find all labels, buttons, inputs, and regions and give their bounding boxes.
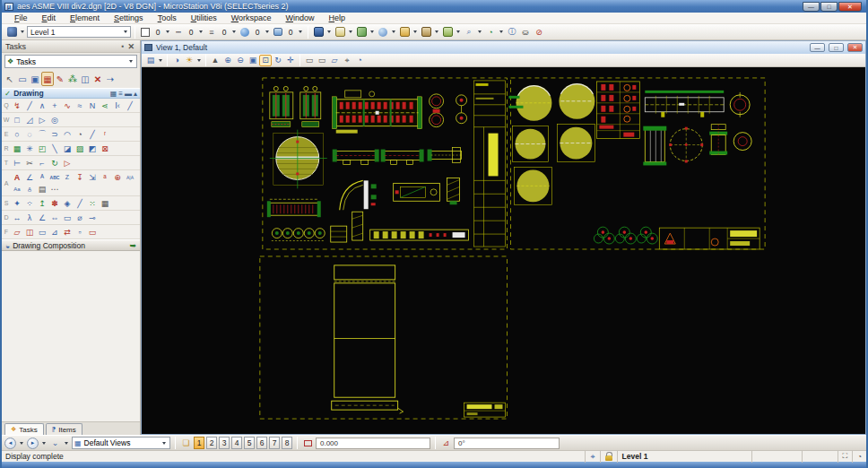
raster-dropdown-icon[interactable] xyxy=(370,30,374,33)
active-element-template-icon[interactable] xyxy=(5,26,18,38)
maximize-button[interactable]: □ xyxy=(820,2,838,12)
modify-element-icon[interactable]: ⊢ xyxy=(11,157,23,169)
menu-element[interactable]: Element xyxy=(63,13,107,22)
close-button[interactable]: ✕ xyxy=(838,2,862,12)
quarter-ellipse-icon[interactable]: ◠ xyxy=(61,128,74,140)
place-polygon-icon[interactable]: ▷ xyxy=(36,114,48,126)
task-tool-icon[interactable]: ⁂ xyxy=(66,72,79,86)
view-next-icon[interactable]: ▭ xyxy=(316,55,328,66)
view-toggle-1[interactable]: 1 xyxy=(194,437,204,449)
accudraw-x-field[interactable]: 0.000 xyxy=(316,438,430,449)
identify-cell-icon[interactable]: ◈ xyxy=(61,197,74,209)
fence-block-icon[interactable]: ▱ xyxy=(11,226,23,238)
task-tool-icon[interactable]: ▦ xyxy=(41,72,54,86)
linear-pattern-icon[interactable]: ╲ xyxy=(48,143,61,154)
dimension-size-icon[interactable]: ▭ xyxy=(61,212,74,223)
menu-utilities[interactable]: Utilities xyxy=(184,13,224,22)
view-previous-button[interactable]: ◂ xyxy=(4,438,16,449)
dimension-radial-icon[interactable]: ⊸ xyxy=(86,212,99,223)
design-history-icon[interactable]: ◔ xyxy=(852,451,866,463)
place-regular-polygon-icon[interactable]: ◎ xyxy=(48,114,61,126)
copy-view-icon[interactable]: ▱ xyxy=(328,55,341,66)
saved-views-icon[interactable] xyxy=(398,26,411,38)
cell-selector-icon[interactable]: ▦ xyxy=(99,197,111,209)
analyze-dropdown-icon[interactable] xyxy=(499,30,503,33)
zoom-in-icon[interactable]: ⊕ xyxy=(221,55,234,66)
menu-help[interactable]: Help xyxy=(322,13,353,22)
view-toggle-8[interactable]: 8 xyxy=(282,437,292,449)
transparency-dropdown-icon[interactable] xyxy=(265,30,269,33)
minimize-button[interactable]: — xyxy=(803,2,820,12)
dimension-ordinate-icon[interactable]: ⇔ xyxy=(48,212,61,223)
menu-edit[interactable]: Edit xyxy=(35,13,64,22)
task-tool-icon[interactable]: ⇢ xyxy=(104,72,117,86)
link-views-icon[interactable]: ⌄ xyxy=(49,438,61,448)
link-views-dropdown-icon[interactable] xyxy=(65,442,68,445)
drop-fence-icon[interactable]: ⇄ xyxy=(61,226,74,238)
view-next-dropdown-icon[interactable] xyxy=(42,442,46,445)
view-minimize-button[interactable]: — xyxy=(810,43,825,52)
fit-view-icon[interactable]: ⊡ xyxy=(259,55,272,66)
crosshatch-icon[interactable]: ✳ xyxy=(23,143,36,154)
element-selection-icon[interactable]: ↖ xyxy=(4,72,16,86)
level-manager-dropdown-icon[interactable] xyxy=(456,30,460,33)
display-mode-dropdown-icon[interactable] xyxy=(197,59,201,62)
line-style-icon[interactable]: ┅ xyxy=(172,26,185,38)
extend-line-icon[interactable]: ⌐ xyxy=(36,157,48,169)
rotate-view-icon[interactable]: ↻ xyxy=(272,55,284,66)
text-attr-icon[interactable]: ᵃ xyxy=(99,171,111,183)
active-color-swatch[interactable] xyxy=(139,26,152,38)
trim-icon[interactable]: ↻ xyxy=(48,157,61,169)
view-toggle-3[interactable]: 3 xyxy=(219,437,230,449)
place-ellipse-icon[interactable]: ◌ xyxy=(23,128,36,140)
modify-fence-icon[interactable]: ⊿ xyxy=(48,226,61,238)
view-toggle-6[interactable]: 6 xyxy=(256,437,267,449)
change-case-icon[interactable]: Z xyxy=(61,171,74,183)
references-dropdown-icon[interactable] xyxy=(349,30,352,33)
clip-volume-icon[interactable]: ⌖ xyxy=(341,55,353,66)
dimension-angular-icon[interactable]: ∠ xyxy=(36,212,48,223)
place-note-icon[interactable]: ∠ xyxy=(23,171,36,183)
bisector-icon[interactable]: Ⅰ‹ xyxy=(111,100,124,111)
menu-window[interactable]: Window xyxy=(279,13,322,22)
fence-stretch-icon[interactable]: ▭ xyxy=(86,226,99,238)
color-dropdown-icon[interactable] xyxy=(166,30,169,33)
pin-icon[interactable]: ▪ xyxy=(120,42,126,50)
view-close-button[interactable]: ✕ xyxy=(847,43,863,52)
saved-views-dropdown-icon[interactable] xyxy=(413,30,417,33)
panel-close-icon[interactable]: ✕ xyxy=(126,42,136,51)
tags-icon[interactable]: A̲ xyxy=(23,183,36,195)
point-clouds-icon[interactable] xyxy=(377,26,389,38)
line-weight-icon[interactable]: ≡ xyxy=(205,26,218,38)
layout-grid-icon[interactable]: ▦ xyxy=(110,90,117,98)
task-tool-icon[interactable]: ◫ xyxy=(79,72,91,86)
view-pointer-icon[interactable]: ▲ xyxy=(209,55,221,66)
delete-pattern-icon[interactable]: ⊠ xyxy=(99,143,111,154)
view-group-combo[interactable]: ▦ Default Views xyxy=(72,437,170,449)
tab-tasks[interactable]: ❖ Tasks xyxy=(4,423,44,435)
popset-icon[interactable]: ⛀ xyxy=(519,26,532,38)
collapse-icon[interactable]: ▴ xyxy=(134,90,137,98)
arc-tangent-icon[interactable]: ╱ xyxy=(86,128,99,140)
view-restore-button[interactable]: □ xyxy=(829,43,844,52)
edit-text-icon[interactable]: ᴬ xyxy=(36,171,48,183)
dimension-linear-icon[interactable]: λ xyxy=(23,212,36,223)
place-arc-icon[interactable]: ⌒ xyxy=(36,128,48,140)
fillet-icon[interactable]: ▷ xyxy=(61,157,74,169)
tab-items[interactable]: ⁋ Items xyxy=(46,423,82,435)
hatch-area-icon[interactable]: ▦ xyxy=(11,143,23,154)
menu-workspace[interactable]: Workspace xyxy=(224,13,279,22)
place-circle-icon[interactable]: ○ xyxy=(11,128,23,140)
delete-element-icon[interactable]: ✕ xyxy=(91,72,104,86)
transparency-icon[interactable] xyxy=(239,26,251,38)
arc-extra-icon[interactable]: ʳ xyxy=(99,128,111,140)
pattern-area-icon[interactable]: ◰ xyxy=(36,143,48,154)
view-toggle-7[interactable]: 7 xyxy=(269,437,280,449)
view-toggles-icon[interactable]: ❏ xyxy=(180,438,192,448)
menu-file[interactable]: File xyxy=(7,13,35,22)
references-icon[interactable] xyxy=(334,26,346,38)
match-pattern-icon[interactable]: ▨ xyxy=(74,143,86,154)
models-dropdown-icon[interactable] xyxy=(327,30,331,33)
copy-text-icon[interactable]: ⇲ xyxy=(86,171,99,183)
bspline-icon[interactable]: N xyxy=(86,100,99,111)
